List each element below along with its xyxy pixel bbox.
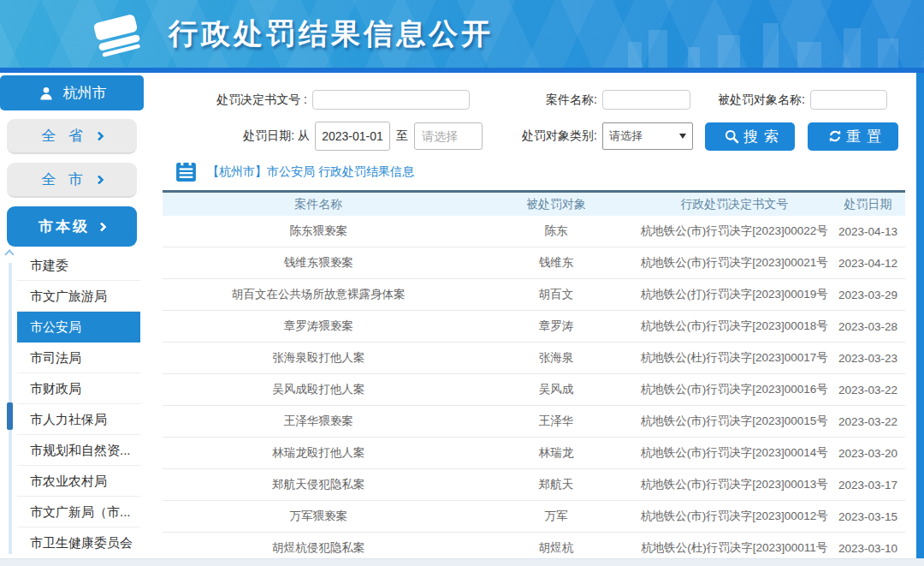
reset-button[interactable]: 重置 — [808, 122, 898, 151]
department-list-item[interactable]: 市人力社保局 — [17, 404, 140, 435]
scope-button[interactable]: 全 省 — [7, 119, 137, 154]
department-list-item[interactable]: 市文广新局（市... — [17, 497, 140, 527]
department-list-item[interactable]: 市公安局 — [17, 312, 140, 343]
cell-decision-no: 杭地铁公(市)行罚决字[2023]00016号 — [638, 382, 832, 397]
book-icon — [90, 9, 146, 60]
table-row: 张海泉殴打他人案 张海泉 杭地铁公(杜)行罚决字[2023]00017号 202… — [163, 343, 905, 374]
department-list-item[interactable]: 市司法局 — [17, 343, 140, 373]
page-horizontal-scrollbar[interactable] — [0, 558, 924, 566]
cell-case-name: 胡煜杭侵犯隐私案 — [163, 540, 475, 556]
penalty-date-label: 处罚日期: 从 — [144, 128, 315, 144]
cell-target: 章罗涛 — [475, 319, 638, 334]
cell-date: 2023-03-28 — [831, 320, 905, 333]
search-button-label: 搜索 — [743, 127, 785, 146]
cell-date: 2023-03-22 — [831, 415, 905, 428]
sidebar-scrollbar-thumb[interactable] — [7, 402, 13, 430]
skyline-decoration — [878, 39, 898, 68]
skyline-decoration — [844, 28, 861, 68]
cell-target: 张海泉 — [475, 350, 638, 366]
cell-decision-no: 杭地铁公(市)行罚决字[2023]00014号 — [638, 445, 832, 461]
date-from-input[interactable] — [315, 122, 390, 151]
cell-decision-no: 杭地铁公(杜)行罚决字[2023]00011号 — [638, 540, 832, 556]
cell-date: 2023-03-22 — [831, 384, 905, 396]
refresh-icon — [827, 128, 843, 144]
cell-decision-no: 杭地铁公(市)行罚决字[2023]00018号 — [638, 319, 832, 334]
column-header-target: 被处罚对象 — [475, 197, 638, 212]
table-body: 陈东猥亵案 陈东 杭地铁公(市)行罚决字[2023]00022号 2023-04… — [163, 216, 905, 564]
sidebar: 杭州市 全 省 全 市 市本级 市建委 市文广旅游局 — [0, 73, 144, 566]
cell-date: 2023-03-20 — [831, 447, 905, 460]
target-name-input[interactable] — [810, 90, 887, 110]
skyline-decoration — [649, 30, 667, 68]
department-list-item[interactable]: 市卫生健康委员会 — [17, 527, 140, 557]
department-list-item[interactable]: 市财政局 — [17, 373, 140, 404]
column-header-date: 处罚日期 — [831, 197, 905, 212]
chevron-right-icon — [97, 222, 106, 231]
cell-target: 万军 — [475, 509, 638, 524]
cell-target: 胡百文 — [475, 287, 638, 302]
table-row: 钱维东猥亵案 钱维东 杭地铁公(市)行罚决字[2023]00021号 2023-… — [163, 247, 905, 279]
category-select[interactable]: 请选择 — [602, 122, 693, 150]
table-row: 王泽华猥亵案 王泽华 杭地铁公(市)行罚决字[2023]00015号 2023-… — [163, 406, 905, 438]
scope-button-label: 全 省 — [41, 126, 87, 146]
cell-decision-no: 杭地铁公(杜)行罚决字[2023]00017号 — [638, 350, 832, 366]
cell-date: 2023-03-23 — [831, 352, 905, 365]
category-label: 处罚对象类别: — [483, 128, 602, 144]
table-row: 胡百文在公共场所故意裸露身体案 胡百文 杭地铁公(打)行罚决字[2023]000… — [163, 279, 905, 311]
cell-date: 2023-04-12 — [831, 257, 905, 270]
department-list-item[interactable]: 市文广旅游局 — [17, 281, 140, 312]
skyline-decoration — [628, 42, 642, 68]
cell-target: 郑航天 — [475, 477, 638, 492]
category-select-value: 请选择 — [609, 128, 643, 144]
cell-target: 胡煜杭 — [475, 540, 638, 556]
cell-decision-no: 杭地铁公(市)行罚决字[2023]00012号 — [638, 509, 832, 524]
cell-case-name: 王泽华猥亵案 — [163, 414, 475, 429]
column-header-case-name: 案件名称 — [163, 197, 475, 212]
cell-date: 2023-03-10 — [831, 542, 905, 555]
cell-decision-no: 杭地铁公(市)行罚决字[2023]00021号 — [638, 255, 832, 271]
table-row: 吴风成殴打他人案 吴风成 杭地铁公(市)行罚决字[2023]00016号 202… — [163, 374, 905, 406]
dropdown-arrow-icon — [679, 134, 686, 139]
skyline-decoration — [688, 47, 700, 68]
sidebar-scroll-up-icon[interactable] — [4, 249, 14, 259]
search-button[interactable]: 搜索 — [705, 122, 795, 151]
cell-decision-no: 杭地铁公(市)行罚决字[2023]00015号 — [638, 414, 832, 429]
department-list-item[interactable]: 市农业农村局 — [17, 466, 140, 497]
list-icon — [175, 160, 198, 183]
chevron-right-icon — [94, 131, 104, 140]
person-icon — [38, 85, 55, 102]
search-form-row-1: 处罚决定书文号 : 案件名称: 被处罚对象名称: — [144, 90, 915, 110]
department-list-item[interactable]: 市建委 — [17, 250, 140, 281]
cell-case-name: 吴风成殴打他人案 — [163, 382, 475, 397]
reset-button-label: 重置 — [846, 127, 887, 146]
cell-date: 2023-03-29 — [831, 289, 905, 301]
scope-button[interactable]: 市本级 — [7, 206, 137, 247]
table-row: 林瑞龙殴打他人案 林瑞龙 杭地铁公(市)行罚决字[2023]00014号 202… — [163, 438, 905, 469]
cell-case-name: 胡百文在公共场所故意裸露身体案 — [163, 287, 475, 302]
sidebar-city-header[interactable]: 杭州市 — [0, 75, 144, 110]
cell-target: 陈东 — [475, 223, 638, 239]
department-list-item[interactable]: 市规划和自然资... — [17, 435, 140, 466]
skyline-decoration — [763, 23, 779, 68]
scope-button[interactable]: 全 市 — [7, 163, 137, 198]
page-vertical-scrollbar[interactable] — [916, 73, 924, 558]
scope-button-group: 全 省 全 市 市本级 — [0, 119, 144, 247]
table-row: 章罗涛猥亵案 章罗涛 杭地铁公(市)行罚决字[2023]00018号 2023-… — [163, 311, 905, 343]
date-to-input[interactable] — [414, 122, 483, 150]
section-header: 【杭州市】市公安局 行政处罚结果信息 — [175, 160, 915, 183]
table-row: 郑航天侵犯隐私案 郑航天 杭地铁公(市)行罚决字[2023]00013号 202… — [163, 469, 905, 501]
cell-date: 2023-03-15 — [831, 510, 905, 523]
page-header-banner: 行政处罚结果信息公开 — [0, 0, 924, 73]
target-name-label: 被处罚对象名称: — [690, 92, 810, 108]
cell-case-name: 章罗涛猥亵案 — [163, 319, 475, 334]
department-list: 市建委 市文广旅游局 市公安局 市司法局 市财政局 市人力社保局 市规划和自然资… — [17, 250, 140, 557]
case-name-input[interactable] — [602, 90, 690, 110]
cell-decision-no: 杭地铁公(打)行罚决字[2023]00019号 — [638, 287, 832, 302]
date-to-label: 至 — [390, 128, 414, 144]
scope-button-label: 市本级 — [38, 217, 90, 236]
case-name-label: 案件名称: — [470, 92, 602, 108]
decision-no-input[interactable] — [312, 90, 470, 110]
skyline-decoration — [718, 35, 740, 68]
search-form-row-2: 处罚日期: 从 至 处罚对象类别: 请选择 搜索 重置 — [144, 122, 915, 151]
cell-date: 2023-03-17 — [831, 479, 905, 492]
